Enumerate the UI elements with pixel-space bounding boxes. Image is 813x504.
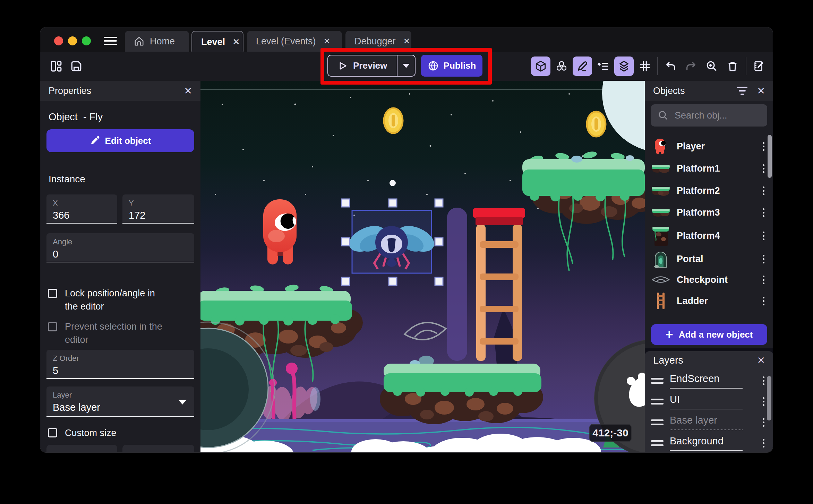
save-icon — [70, 60, 82, 72]
player-instance[interactable] — [263, 199, 297, 264]
kebab-menu-icon[interactable] — [763, 164, 764, 173]
y-value[interactable]: 172 — [129, 210, 188, 221]
kebab-menu-icon[interactable] — [763, 276, 764, 284]
close-icon[interactable]: ✕ — [324, 36, 331, 46]
kebab-menu-icon[interactable] — [763, 376, 764, 385]
close-icon[interactable]: ✕ — [403, 36, 410, 46]
object-row-platform3[interactable]: Platform3 — [645, 201, 773, 224]
rotate-handle[interactable] — [390, 180, 396, 186]
notebook-edit-icon — [753, 60, 765, 72]
select-objects-mode-button[interactable] — [531, 57, 550, 76]
grid-button[interactable] — [635, 57, 654, 76]
checkbox-icon[interactable] — [48, 322, 57, 331]
angle-value[interactable]: 0 — [53, 249, 188, 260]
tab-debugger[interactable]: Debugger ✕ — [345, 31, 411, 52]
drag-handle-icon[interactable] — [651, 419, 664, 425]
instances-mode-button[interactable] — [552, 57, 571, 76]
angle-field[interactable]: Angle 0 — [46, 233, 194, 262]
add-object-button[interactable]: + Add a new object — [651, 324, 767, 345]
close-icon[interactable]: ✕ — [233, 37, 240, 47]
filter-icon[interactable] — [737, 87, 747, 95]
edit-object-button[interactable]: Edit object — [46, 129, 194, 152]
publish-label: Publish — [444, 60, 476, 71]
coin-instance[interactable] — [587, 112, 606, 137]
tab-level-events[interactable]: Level (Events) ✕ — [247, 31, 342, 52]
edit-scene-properties-button[interactable] — [749, 57, 769, 76]
toggle-panels-button[interactable] — [46, 57, 66, 76]
y-field[interactable]: Y 172 — [122, 194, 194, 224]
kebab-menu-icon[interactable] — [763, 232, 764, 240]
minimize-window-button[interactable] — [68, 36, 77, 45]
object-search-box[interactable] — [651, 104, 767, 127]
layers-scrollbar[interactable] — [767, 376, 771, 420]
prevent-selection-checkbox-row[interactable]: Prevent selection in the editor — [48, 320, 193, 346]
redo-button[interactable] — [681, 57, 701, 76]
maximize-window-button[interactable] — [82, 36, 91, 45]
close-icon[interactable]: ✕ — [757, 85, 765, 97]
publish-button[interactable]: Publish — [421, 55, 482, 77]
kebab-menu-icon[interactable] — [763, 142, 764, 151]
kebab-menu-icon[interactable] — [763, 255, 764, 263]
layer-row-background[interactable]: Background — [645, 433, 773, 453]
instance-list-icon — [597, 60, 609, 72]
object-row-platform1[interactable]: Platform1 — [645, 157, 773, 180]
instances-list-button[interactable] — [593, 57, 613, 76]
close-icon[interactable]: ✕ — [184, 85, 192, 97]
kebab-menu-icon[interactable] — [763, 418, 764, 427]
preview-options-dropdown[interactable] — [397, 55, 415, 76]
coin-instance[interactable] — [384, 108, 403, 133]
undo-button[interactable] — [661, 57, 681, 76]
close-window-button[interactable] — [54, 36, 63, 45]
drag-handle-icon[interactable] — [651, 399, 664, 405]
kebab-menu-icon[interactable] — [763, 297, 764, 305]
toolbar-separator — [657, 57, 658, 75]
object-row-checkpoint[interactable]: Checkpoint — [645, 269, 773, 291]
delete-button[interactable] — [723, 57, 742, 76]
cube-icon — [535, 60, 547, 72]
search-input[interactable] — [675, 110, 754, 121]
main-menu-icon[interactable] — [104, 37, 118, 46]
edit-object-label: Edit object — [105, 136, 151, 146]
x-label: X — [53, 199, 111, 208]
object-row-platform4[interactable]: Platform4 — [645, 224, 773, 248]
height-field-partial[interactable] — [122, 445, 194, 453]
z-order-value[interactable]: 5 — [53, 365, 188, 376]
kebab-menu-icon[interactable] — [763, 397, 764, 406]
tab-home[interactable]: Home — [125, 31, 189, 52]
preview-button[interactable]: Preview — [328, 55, 397, 76]
tab-level[interactable]: Level ✕ — [191, 31, 243, 52]
layers-panel-button[interactable] — [614, 57, 634, 76]
scene-canvas[interactable] — [200, 81, 645, 453]
drag-handle-icon[interactable] — [651, 440, 664, 446]
layers-panel: Layers ✕ EndScreen UI Base layer — [645, 351, 773, 453]
drag-handle-icon[interactable] — [651, 378, 664, 384]
x-value[interactable]: 366 — [53, 210, 111, 221]
width-field-partial[interactable] — [46, 445, 117, 453]
kebab-menu-icon[interactable] — [763, 186, 764, 195]
layer-row-endscreen[interactable]: EndScreen — [645, 371, 773, 391]
save-button[interactable] — [67, 57, 86, 76]
kebab-menu-icon[interactable] — [763, 439, 764, 447]
platform-instance[interactable] — [380, 356, 543, 424]
layer-row-base-layer[interactable]: Base layer — [645, 412, 773, 432]
checkbox-icon[interactable] — [48, 428, 57, 437]
x-field[interactable]: X 366 — [46, 194, 117, 224]
layer-value[interactable]: Base layer — [53, 402, 188, 413]
object-row-player[interactable]: Player — [645, 135, 773, 157]
object-row-portal[interactable]: Portal — [645, 248, 773, 270]
layer-row-ui[interactable]: UI — [645, 391, 773, 411]
kebab-menu-icon[interactable] — [763, 208, 764, 217]
edit-mode-button[interactable] — [573, 57, 592, 76]
object-row-ladder[interactable]: Ladder — [645, 290, 773, 312]
custom-size-checkbox-row[interactable]: Custom size — [48, 428, 193, 438]
z-order-field[interactable]: Z Order 5 — [46, 350, 194, 379]
object-row-platform2[interactable]: Platform2 — [645, 180, 773, 202]
ladder-thumbnail-icon — [650, 292, 672, 310]
objects-scrollbar[interactable] — [768, 135, 772, 178]
layer-select[interactable]: Layer Base layer — [46, 386, 194, 417]
zoom-in-button[interactable] — [702, 57, 721, 76]
checkbox-icon[interactable] — [48, 289, 57, 298]
lock-position-checkbox-row[interactable]: Lock position/angle in the editor — [48, 287, 193, 313]
properties-panel: Properties ✕ Object - Fly Edit object In… — [40, 81, 200, 453]
close-icon[interactable]: ✕ — [757, 355, 765, 366]
